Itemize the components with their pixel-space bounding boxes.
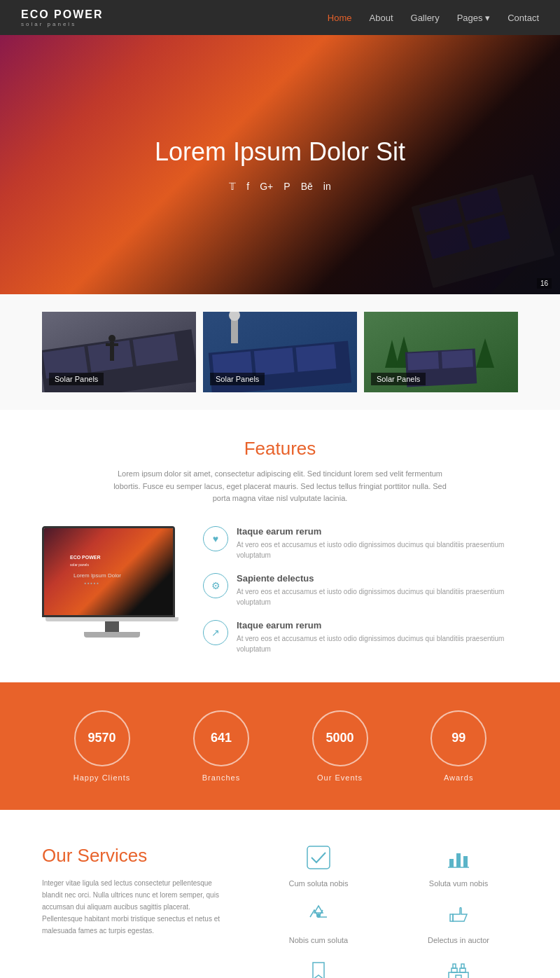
- panel-2[interactable]: Solar Panels: [203, 312, 357, 392]
- facebook-icon[interactable]: f: [246, 181, 249, 192]
- feature-text-3: Itaque earum rerum At vero eos et accusa…: [237, 620, 518, 654]
- features-title: Features: [42, 438, 518, 460]
- feature-title-3: Itaque earum rerum: [237, 620, 518, 631]
- google-plus-icon[interactable]: G+: [260, 181, 273, 192]
- svg-rect-43: [460, 968, 465, 972]
- nav-about[interactable]: About: [370, 13, 393, 23]
- svg-rect-14: [110, 352, 112, 361]
- features-section: Features Lorem ipsum dolor sit amet, con…: [0, 410, 560, 682]
- brand-name: ECO POWER: [21, 8, 104, 21]
- monitor-neck: [105, 621, 119, 632]
- service-label-3: Nobis cum soluta: [259, 936, 378, 944]
- features-list: ♥ Itaque earum rerum At vero eos et accu…: [203, 526, 518, 654]
- svg-rect-46: [456, 975, 461, 978]
- stat-awards: 99 Awards: [430, 710, 486, 782]
- service-item-4: Delectus in auctor: [399, 902, 518, 944]
- stat-circle-1: 9570: [74, 710, 130, 766]
- chart-icon: ↗: [203, 620, 228, 645]
- hero-slide-counter: 16: [537, 278, 552, 289]
- svg-rect-42: [451, 968, 457, 972]
- stat-circle-3: 5000: [312, 710, 368, 766]
- panel-3-label: Solar Panels: [371, 373, 426, 385]
- feature-desc-1: At vero eos et accusamus et iusto odio d…: [237, 539, 518, 560]
- svg-text:ECO POWER: ECO POWER: [70, 555, 101, 560]
- feature-desc-3: At vero eos et accusamus et iusto odio d…: [237, 633, 518, 654]
- panels-section: Solar Panels Solar Panels: [0, 294, 560, 410]
- stats-section: 9570 Happy Clients 641 Branches 5000 Our…: [0, 682, 560, 810]
- nav-gallery[interactable]: Gallery: [411, 13, 440, 23]
- navbar: ECO POWER solar panels Home About Galler…: [0, 0, 560, 35]
- stat-label-1: Happy Clients: [74, 773, 130, 782]
- svg-text:solar panels: solar panels: [70, 563, 89, 567]
- service-item-2: Soluta vum nobis: [399, 845, 518, 888]
- stat-label-2: Branches: [193, 773, 249, 782]
- monitor-base: [84, 632, 140, 638]
- stat-happy-clients: 9570 Happy Clients: [74, 710, 130, 782]
- stat-circle-4: 99: [430, 710, 486, 766]
- service-label-1: Cum soluta nobis: [259, 879, 378, 888]
- feature-text-1: Itaque earum rerum At vero eos et accusa…: [237, 526, 518, 560]
- service-item-5: Ultrices nulla: [259, 958, 378, 978]
- feature-text-2: Sapiente delectus At vero eos et accusam…: [237, 573, 518, 607]
- stat-events: 5000 Our Events: [312, 710, 368, 782]
- svg-rect-36: [456, 853, 461, 867]
- settings-icon: ⚙: [203, 573, 228, 598]
- feature-item-3: ↗ Itaque earum rerum At vero eos et accu…: [203, 620, 518, 654]
- feature-title-2: Sapiente delectus: [237, 573, 518, 584]
- service-label-2: Soluta vum nobis: [399, 879, 518, 888]
- nav-pages[interactable]: Pages ▾: [457, 13, 490, 23]
- svg-rect-37: [463, 856, 468, 867]
- stat-label-3: Our Events: [312, 773, 368, 782]
- nav-home[interactable]: Home: [328, 13, 352, 23]
- svg-rect-29: [442, 350, 473, 369]
- stat-number-3: 5000: [326, 731, 354, 745]
- features-content: ECO POWER solar panels Lorem Ipsum Dolor…: [42, 526, 518, 654]
- factory-icon: [399, 958, 518, 978]
- panel-2-label: Solar Panels: [210, 373, 265, 385]
- services-description: Integer vitae ligula sed lectus consecte…: [42, 877, 231, 937]
- bar-chart-icon: [399, 845, 518, 875]
- monitor-content-svg: ECO POWER solar panels Lorem Ipsum Dolor…: [66, 551, 150, 593]
- brand-logo: ECO POWER solar panels: [21, 8, 104, 27]
- nav-contact[interactable]: Contact: [507, 13, 539, 23]
- monitor-screen-content: ECO POWER solar panels Lorem Ipsum Dolor…: [44, 528, 173, 615]
- svg-rect-45: [461, 964, 464, 968]
- svg-rect-35: [449, 859, 454, 867]
- hero-bg-illustration: [280, 119, 560, 294]
- stat-branches: 641 Branches: [193, 710, 249, 782]
- svg-text:Lorem Ipsum Dolor: Lorem Ipsum Dolor: [74, 572, 121, 579]
- bookmark-icon: [259, 958, 378, 978]
- hero-section: Lorem Ipsum Dolor Sit 𝕋 f G+ P Bē in 16: [0, 35, 560, 294]
- feature-desc-2: At vero eos et accusamus et iusto odio d…: [237, 586, 518, 607]
- svg-rect-40: [450, 914, 453, 921]
- panel-3[interactable]: Solar Panels: [364, 312, 518, 392]
- features-description: Lorem ipsum dolor sit amet, consectetur …: [105, 468, 455, 505]
- panel-1[interactable]: Solar Panels: [42, 312, 196, 392]
- nav-links: Home About Gallery Pages ▾ Contact: [328, 11, 539, 24]
- svg-point-39: [316, 914, 321, 918]
- feature-item-2: ⚙ Sapiente delectus At vero eos et accus…: [203, 573, 518, 607]
- service-item-6: Habitant morbi: [399, 958, 518, 978]
- svg-point-11: [108, 335, 115, 342]
- service-item-3: Nobis cum soluta: [259, 902, 378, 944]
- svg-rect-44: [453, 964, 456, 968]
- panel-1-label: Solar Panels: [49, 373, 104, 385]
- stat-label-4: Awards: [430, 773, 486, 782]
- svg-rect-19: [254, 347, 295, 376]
- feature-title-1: Itaque earum rerum: [237, 526, 518, 537]
- services-left: Our Services Integer vitae ligula sed le…: [42, 845, 231, 978]
- recycle-icon: [259, 902, 378, 932]
- services-title: Our Services: [42, 845, 231, 867]
- svg-rect-15: [112, 352, 114, 361]
- stat-circle-2: 641: [193, 710, 249, 766]
- twitter-icon[interactable]: 𝕋: [229, 181, 236, 192]
- stat-number-1: 9570: [88, 731, 116, 745]
- service-item-1: Cum soluta nobis: [259, 845, 378, 888]
- svg-text:● ● ● ● ●: ● ● ● ● ●: [84, 581, 99, 585]
- checkmark-icon: [259, 845, 378, 875]
- heart-icon: ♥: [203, 526, 228, 551]
- feature-item-1: ♥ Itaque earum rerum At vero eos et accu…: [203, 526, 518, 560]
- thumbs-up-icon: [399, 902, 518, 932]
- brand-tagline: solar panels: [21, 21, 104, 27]
- monitor-stand: [46, 617, 178, 621]
